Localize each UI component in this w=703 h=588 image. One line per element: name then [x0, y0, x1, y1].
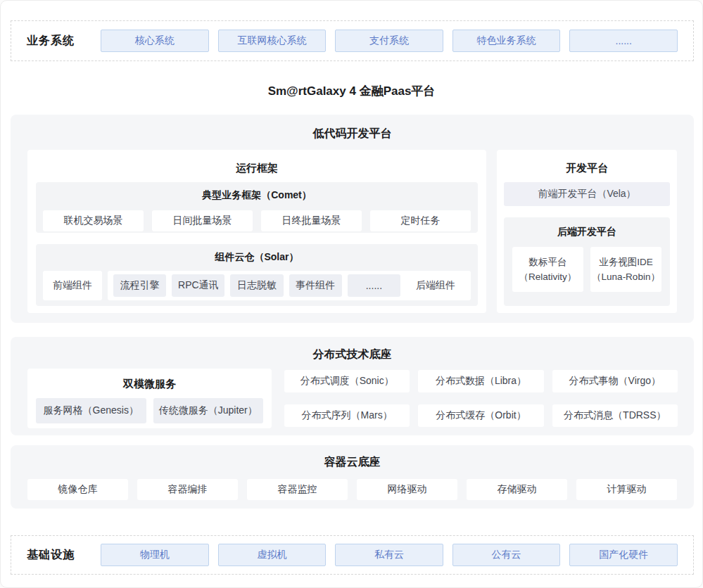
- vela-frontend-platform: 前端开发平台（Vela）: [504, 182, 670, 206]
- cc-image-registry: 镜像仓库: [27, 479, 128, 500]
- container-cloud-items: 镜像仓库 容器编排 容器监控 网络驱动 存储驱动 计算驱动: [27, 479, 677, 500]
- cc-compute-driver: 计算驱动: [576, 479, 677, 500]
- cc-container-monitoring: 容器监控: [247, 479, 348, 500]
- comet-item-online-trading: 联机交易场景: [43, 210, 144, 231]
- low-code-section-title: 低代码开发平台: [11, 127, 694, 141]
- solar-chip-rpc: RPC通讯: [172, 274, 224, 297]
- low-code-section: 低代码开发平台 运行框架 典型业务框架（Comet） 联机交易场景 日间批量场景…: [11, 115, 694, 323]
- dist-sequence-mars: 分布式序列（Mars）: [284, 404, 410, 427]
- solar-chip-process-engine: 流程引擎: [113, 274, 166, 297]
- dist-transaction-virgo: 分布式事物（Virgo）: [552, 370, 678, 392]
- solar-strip: 流程引擎 RPC通讯 日志脱敏 事件组件 ...... 后端组件: [108, 271, 471, 300]
- comet-item-daytime-batch: 日间批量场景: [152, 210, 253, 231]
- solar-chip-event-component: 事件组件: [289, 274, 342, 297]
- container-cloud-section: 容器云底座 镜像仓库 容器编排 容器监控 网络驱动 存储驱动 计算驱动: [11, 445, 694, 509]
- infrastructure-row: 基础设施 物理机 虚拟机 私有云 公有云 国产化硬件: [11, 535, 694, 575]
- cc-network-driver: 网络驱动: [357, 479, 457, 500]
- solar-frontend-component: 前端组件: [43, 271, 102, 300]
- solar-title: 组件云仓（Solar）: [36, 244, 478, 264]
- solar-row: 前端组件 流程引擎 RPC通讯 日志脱敏 事件组件 ...... 后端组件: [43, 271, 471, 300]
- infrastructure-label: 基础设施: [27, 548, 101, 563]
- backend-platform-title: 后端开发平台: [504, 217, 670, 238]
- chip-core-system: 核心系统: [101, 30, 209, 52]
- distributed-section: 分布式技术底座 双模微服务 服务网格（Genesis） 传统微服务（Jupite…: [11, 337, 694, 435]
- relativity-codename: （Relativity）: [519, 269, 577, 284]
- luna-robin-ide: 业务视图IDE （Luna-Robin）: [590, 247, 661, 292]
- dist-data-libra: 分布式数据（Libra）: [418, 370, 543, 392]
- business-systems-label: 业务系统: [27, 34, 101, 49]
- backend-platform-items: 数标平台 （Relativity） 业务视图IDE （Luna-Robin）: [512, 247, 661, 292]
- dist-message-tdrss: 分布式消息（TDRSS）: [552, 404, 678, 427]
- chip-service-mesh-genesis: 服务网格（Genesis）: [36, 398, 146, 423]
- business-systems-chips: 核心系统 互联网核心系统 支付系统 特色业务系统 ......: [101, 30, 678, 52]
- comet-item-endofday-batch: 日终批量场景: [261, 210, 362, 231]
- container-cloud-title: 容器云底座: [11, 455, 694, 470]
- cc-storage-driver: 存储驱动: [467, 479, 567, 500]
- solar-backend-component: 后端组件: [406, 279, 465, 292]
- chip-special-business-system: 特色业务系统: [452, 30, 561, 52]
- comet-items: 联机交易场景 日间批量场景 日终批量场景 定时任务: [43, 210, 471, 231]
- infrastructure-chips: 物理机 虚拟机 私有云 公有云 国产化硬件: [101, 544, 678, 566]
- platform-title: Sm@rtGalaxy 4 金融Paas平台: [1, 83, 702, 99]
- runtime-framework-title: 运行框架: [27, 162, 486, 175]
- runtime-framework-card: 运行框架 典型业务框架（Comet） 联机交易场景 日间批量场景 日终批量场景 …: [27, 150, 486, 313]
- solar-chip-log-masking: 日志脱敏: [230, 274, 283, 297]
- dual-mode-card: 双模微服务 服务网格（Genesis） 传统微服务（Jupiter）: [27, 369, 272, 428]
- business-systems-row: 业务系统 核心系统 互联网核心系统 支付系统 特色业务系统 ......: [11, 20, 694, 61]
- comet-title: 典型业务框架（Comet）: [36, 182, 478, 202]
- relativity-name: 数标平台: [529, 255, 567, 269]
- dist-cache-orbit: 分布式缓存（Orbit）: [418, 404, 543, 427]
- luna-robin-codename: （Luna-Robin）: [592, 269, 660, 284]
- distributed-grid: 分布式调度（Sonic） 分布式数据（Libra） 分布式事物（Virgo） 分…: [284, 370, 678, 427]
- architecture-diagram: 业务系统 核心系统 互联网核心系统 支付系统 特色业务系统 ...... Sm@…: [0, 0, 703, 588]
- dev-platform-card: 开发平台 前端开发平台（Vela） 后端开发平台 数标平台 （Relativit…: [497, 150, 677, 313]
- chip-physical-machine: 物理机: [101, 544, 209, 566]
- solar-subcard: 组件云仓（Solar） 前端组件 流程引擎 RPC通讯 日志脱敏 事件组件 ..…: [36, 244, 478, 306]
- chip-payment-system: 支付系统: [335, 30, 443, 52]
- chip-internet-core-system: 互联网核心系统: [218, 30, 327, 52]
- chip-domestic-hardware: 国产化硬件: [569, 544, 678, 566]
- distributed-section-title: 分布式技术底座: [11, 347, 694, 362]
- chip-private-cloud: 私有云: [335, 544, 443, 566]
- relativity-platform: 数标平台 （Relativity）: [512, 247, 583, 292]
- dual-mode-chips: 服务网格（Genesis） 传统微服务（Jupiter）: [36, 398, 263, 423]
- dist-scheduling-sonic: 分布式调度（Sonic）: [284, 370, 410, 392]
- luna-robin-name: 业务视图IDE: [599, 255, 653, 269]
- dual-mode-title: 双模微服务: [27, 378, 272, 391]
- cc-container-orchestration: 容器编排: [137, 479, 238, 500]
- comet-item-scheduled-task: 定时任务: [370, 210, 471, 231]
- chip-virtual-machine: 虚拟机: [218, 544, 327, 566]
- comet-subcard: 典型业务框架（Comet） 联机交易场景 日间批量场景 日终批量场景 定时任务: [36, 182, 478, 233]
- dev-platform-title: 开发平台: [497, 162, 677, 175]
- backend-platform-subcard: 后端开发平台 数标平台 （Relativity） 业务视图IDE （Luna-R…: [504, 217, 670, 306]
- chip-traditional-microservice-jupiter: 传统微服务（Jupiter）: [153, 398, 264, 423]
- solar-chip-ellipsis: ......: [348, 274, 400, 297]
- chip-public-cloud: 公有云: [452, 544, 561, 566]
- chip-ellipsis: ......: [569, 30, 678, 52]
